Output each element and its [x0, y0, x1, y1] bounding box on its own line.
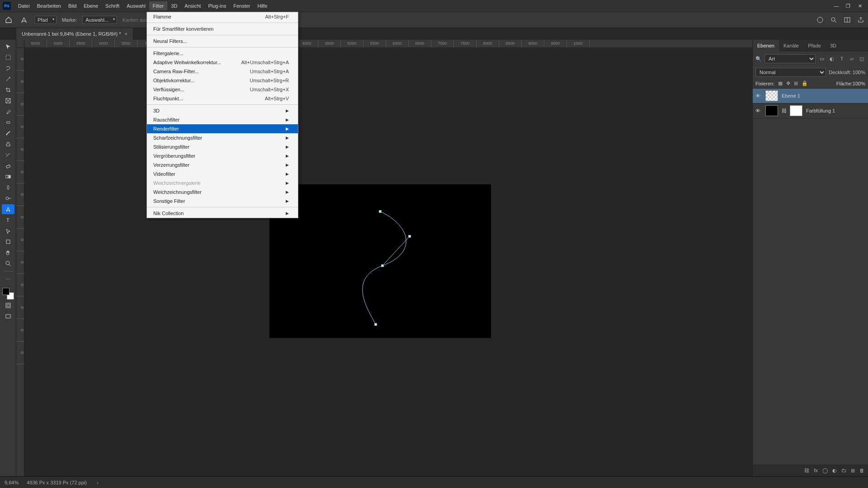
menu-3d[interactable]: 3D	[167, 1, 181, 10]
group-icon[interactable]: 🗀	[841, 468, 846, 473]
marquee-tool[interactable]	[2, 52, 14, 62]
anchor-point[interactable]	[374, 323, 377, 326]
home-button[interactable]	[4, 15, 14, 25]
shape-tool[interactable]	[2, 237, 14, 247]
filter-item[interactable]: Objektivkorrektur...Umschalt+Strg+R	[147, 76, 298, 85]
blend-mode-select[interactable]: Normal	[755, 68, 826, 77]
hand-tool[interactable]	[2, 248, 14, 258]
filter-shape-icon[interactable]: ▱	[848, 55, 855, 62]
layer-mask-thumbnail[interactable]	[790, 105, 802, 116]
mask-link-icon[interactable]: ⛓	[782, 108, 786, 113]
filter-item[interactable]: Scharfzeichnungsfilter▶	[147, 133, 298, 142]
ruler-origin[interactable]	[16, 40, 24, 48]
fx-icon[interactable]: fx	[814, 468, 818, 473]
window-minimize-icon[interactable]: —	[834, 3, 839, 9]
filter-item[interactable]: 3D▶	[147, 106, 298, 115]
type-tool[interactable]: T	[2, 215, 14, 225]
menu-auswahl[interactable]: Auswahl	[123, 1, 149, 10]
filter-item[interactable]: Stilisierungsfilter▶	[147, 142, 298, 151]
menu-bild[interactable]: Bild	[65, 1, 80, 10]
visibility-icon[interactable]: 👁	[755, 108, 762, 113]
menu-filter[interactable]: Filter	[149, 1, 167, 10]
crop-tool[interactable]	[2, 85, 14, 95]
layer-thumbnail[interactable]	[765, 90, 778, 101]
eraser-tool[interactable]	[2, 161, 14, 171]
lasso-tool[interactable]	[2, 63, 14, 73]
make-select[interactable]: Auswahl...	[82, 16, 117, 24]
fill-value[interactable]: 100%	[853, 81, 865, 86]
path-select-tool[interactable]	[2, 226, 14, 236]
path-mode-select[interactable]: Pfad	[34, 16, 57, 24]
filter-item[interactable]: Adaptive Weitwinkelkorrektur...Alt+Umsch…	[147, 58, 298, 67]
menu-ansicht[interactable]: Ansicht	[181, 1, 204, 10]
opacity-value[interactable]: 100%	[853, 70, 865, 75]
cloud-docs-icon[interactable]	[816, 16, 824, 23]
share-icon[interactable]	[857, 16, 864, 23]
new-layer-icon[interactable]: ⊞	[851, 468, 855, 474]
doc-info[interactable]: 4936 Px x 3319 Px (72 ppi)	[27, 480, 87, 485]
mask-icon[interactable]: ◯	[822, 468, 828, 474]
search-icon[interactable]	[830, 16, 837, 23]
wand-tool[interactable]	[2, 74, 14, 84]
filter-smartconvert[interactable]: Für Smartfilter konvertieren	[147, 24, 298, 33]
frame-tool[interactable]	[2, 96, 14, 106]
menu-plugins[interactable]: Plug-ins	[204, 1, 230, 10]
filter-item[interactable]: Camera Raw-Filter...Umschalt+Strg+A	[147, 67, 298, 76]
layer-name[interactable]: Ebene 1	[782, 93, 800, 99]
visibility-icon[interactable]: 👁	[755, 93, 762, 99]
canvas-area[interactable]: 5500500045004000350050010001500200025003…	[16, 40, 752, 476]
color-swatches[interactable]	[2, 288, 14, 300]
layer-thumbnail[interactable]	[765, 105, 778, 116]
screenmode-icon[interactable]	[2, 311, 14, 321]
window-restore-icon[interactable]: ❐	[845, 3, 851, 9]
filter-item[interactable]: Weichzeichnungsfilter▶	[147, 188, 298, 197]
move-tool[interactable]	[2, 42, 14, 52]
foreground-color-swatch[interactable]	[2, 288, 9, 295]
layer-row[interactable]: 👁 ⛓ Farbfüllung 1	[753, 103, 868, 118]
bezier-path[interactable]	[269, 184, 491, 338]
filter-smart-icon[interactable]: ◫	[858, 55, 865, 62]
stamp-tool[interactable]	[2, 139, 14, 149]
layer-name[interactable]: Farbfüllung 1	[806, 108, 835, 113]
layer-row[interactable]: 👁 Ebene 1	[753, 89, 868, 103]
tab-kanaele[interactable]: Kanäle	[779, 40, 803, 52]
zoom-value[interactable]: 9,84%	[5, 480, 19, 485]
gradient-tool[interactable]	[2, 172, 14, 182]
anchor-point[interactable]	[381, 264, 384, 267]
link-layers-icon[interactable]: ⛓	[804, 468, 809, 473]
menu-schrift[interactable]: Schrift	[102, 1, 123, 10]
tool-indicator-pen-icon[interactable]	[19, 15, 29, 25]
workspace-icon[interactable]	[844, 16, 851, 23]
edit-toolbar-icon[interactable]: ⋯	[2, 274, 14, 284]
filter-item[interactable]: Verzerrungsfilter▶	[147, 160, 298, 169]
quickmask-icon[interactable]	[2, 300, 14, 310]
tab-pfade[interactable]: Pfade	[803, 40, 826, 52]
filter-item[interactable]: Fluchtpunkt...Alt+Strg+V	[147, 94, 298, 103]
menu-hilfe[interactable]: Hilfe	[254, 1, 271, 10]
filter-item[interactable]: Rauschfilter▶	[147, 115, 298, 124]
zoom-tool[interactable]	[2, 258, 14, 268]
doc-info-chevron-icon[interactable]: ›	[97, 480, 99, 485]
filter-last[interactable]: Flamme Alt+Strg+F	[147, 12, 298, 21]
ruler-vertical[interactable]: 00000000000000	[16, 48, 24, 476]
pen-tool[interactable]	[2, 204, 14, 214]
delete-icon[interactable]: 🗑	[859, 468, 864, 473]
document-tab-close-icon[interactable]: ×	[125, 31, 127, 37]
filter-item[interactable]: Verflüssigen...Umschalt+Strg+X	[147, 85, 298, 94]
menu-fenster[interactable]: Fenster	[230, 1, 254, 10]
filter-type-icon[interactable]: T	[838, 55, 845, 62]
window-close-icon[interactable]: ✕	[857, 3, 863, 9]
filter-neural[interactable]: Neural Filters...	[147, 37, 298, 46]
adjustment-icon[interactable]: ◐	[832, 468, 837, 474]
document-canvas[interactable]	[269, 184, 491, 338]
filter-item[interactable]: Filtergalerie...	[147, 49, 298, 58]
filter-item[interactable]: Vergröberungsfilter▶	[147, 151, 298, 160]
blur-tool[interactable]	[2, 183, 14, 192]
layer-filter-kind[interactable]: Art	[764, 54, 816, 63]
filter-item[interactable]: Videofilter▶	[147, 169, 298, 178]
anchor-point[interactable]	[379, 210, 382, 213]
filter-image-icon[interactable]: ▭	[818, 55, 826, 62]
document-tab[interactable]: Unbenannt-1 bei 9,84% (Ebene 1, RGB/8#) …	[16, 28, 133, 40]
eyedropper-tool[interactable]	[2, 107, 14, 117]
filter-nik[interactable]: Nik Collection ▶	[147, 209, 298, 218]
